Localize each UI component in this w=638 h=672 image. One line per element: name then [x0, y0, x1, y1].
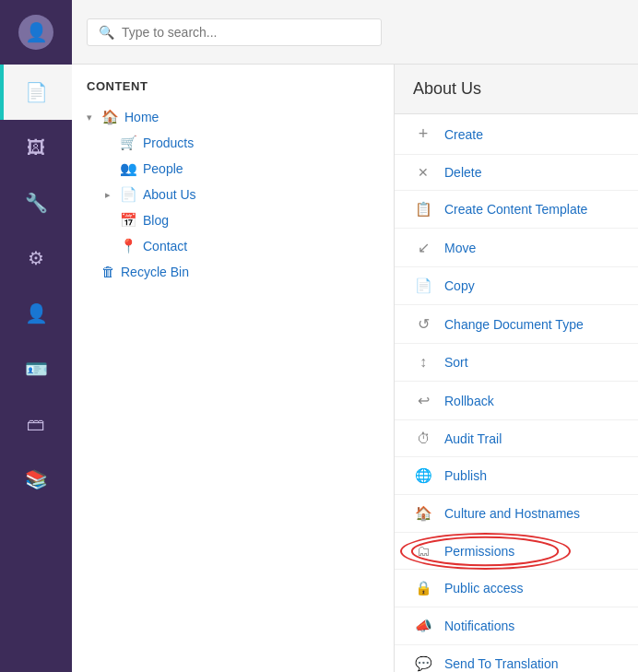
right-actions-panel: About Us + Create ✕ Delete 📋 Create Cont…	[395, 65, 638, 672]
sort-icon: ↕	[413, 354, 433, 371]
media-icon: 🖼	[27, 137, 45, 159]
people-icon: 👥	[120, 160, 137, 177]
translation-icon: 💬	[413, 655, 433, 672]
action-label-move: Move	[444, 241, 476, 255]
action-create[interactable]: + Create	[395, 114, 638, 155]
tree-label-blog: Blog	[143, 213, 169, 228]
action-create-content-template[interactable]: 📋 Create Content Template	[395, 191, 638, 229]
content-heading: Content	[72, 79, 394, 104]
tree-item-products[interactable]: 🛒 Products	[90, 130, 394, 156]
sidebar-item-media[interactable]: 🖼	[0, 120, 72, 175]
about-doc-icon: 📄	[120, 186, 137, 203]
action-label-permissions: Permissions	[444, 544, 514, 559]
tree-item-blog[interactable]: 📅 Blog	[90, 207, 394, 233]
action-sort[interactable]: ↕ Sort	[395, 344, 638, 382]
action-delete[interactable]: ✕ Delete	[395, 155, 638, 191]
tree-arrow-about: ▸	[105, 189, 118, 201]
contact-icon: 📍	[120, 238, 137, 254]
tree-label-home: Home	[124, 110, 159, 124]
avatar-container[interactable]: 👤	[0, 0, 72, 65]
search-box[interactable]: 🔍	[87, 18, 382, 46]
sidebar-item-members[interactable]: 🪪	[0, 341, 72, 396]
wrench-icon: 🔧	[25, 192, 48, 214]
sidebar-item-config[interactable]: ⚙	[0, 230, 72, 286]
tree-label-recycle-bin: Recycle Bin	[121, 265, 189, 279]
search-icon: 🔍	[99, 25, 114, 40]
gear-icon: ⚙	[28, 247, 44, 269]
cart-icon: 🛒	[120, 135, 137, 151]
action-label-rollback: Rollback	[444, 394, 494, 408]
action-audit-trail[interactable]: ⏱ Audit Trail	[395, 420, 638, 457]
sidebar-item-users[interactable]: 👤	[0, 286, 72, 341]
tree-arrow-home: ▾	[87, 112, 100, 124]
right-panel-title: About Us	[395, 65, 638, 114]
action-label-notifications: Notifications	[444, 619, 514, 633]
id-card-icon: 🪪	[25, 358, 48, 380]
action-label-publish: Publish	[444, 468, 487, 483]
search-input[interactable]	[122, 25, 361, 40]
sidebar-item-content[interactable]: 📄	[0, 65, 72, 120]
action-notifications[interactable]: 📣 Notifications	[395, 607, 638, 645]
action-rollback[interactable]: ↩ Rollback	[395, 382, 638, 420]
sidebar-item-packages[interactable]: 🗃	[0, 396, 72, 452]
sidebar: 👤 📄 🖼 🔧 ⚙ 👤 🪪 🗃 📚	[0, 0, 72, 672]
tree-item-contact[interactable]: 📍 Contact	[90, 233, 394, 259]
tree-item-home[interactable]: ▾ 🏠 Home	[72, 104, 394, 130]
copy-icon: 📄	[413, 277, 433, 294]
recycle-bin-icon: 🗑	[101, 264, 115, 279]
publish-icon: 🌐	[413, 467, 433, 484]
action-permissions[interactable]: 🗂 Permissions	[395, 533, 638, 570]
content-tree-panel: Content ▾ 🏠 Home 🛒 Products 👥 People	[72, 65, 395, 672]
tree-item-recycle-bin[interactable]: 🗑 Recycle Bin	[72, 259, 394, 284]
permissions-icon: 🗂	[413, 543, 433, 559]
tree-children-home: 🛒 Products 👥 People ▸ 📄 About Us 📅 Blog	[72, 130, 394, 259]
tree-label-people: People	[143, 161, 183, 176]
panels: Content ▾ 🏠 Home 🛒 Products 👥 People	[72, 65, 638, 672]
tree-label-contact: Contact	[143, 239, 187, 253]
action-publish[interactable]: 🌐 Publish	[395, 457, 638, 495]
user-icon: 👤	[25, 302, 48, 324]
action-label-culture-hostnames: Culture and Hostnames	[444, 506, 580, 521]
action-change-document-type[interactable]: ↺ Change Document Type	[395, 305, 638, 344]
package-icon: 🗃	[27, 414, 45, 435]
home-icon: 🏠	[101, 109, 119, 125]
action-label-change-document-type: Change Document Type	[444, 317, 584, 332]
action-public-access[interactable]: 🔒 Public access	[395, 570, 638, 607]
rollback-icon: ↩	[413, 392, 433, 409]
action-label-send-to-translation: Send To Translation	[444, 656, 559, 671]
blog-icon: 📅	[120, 212, 137, 229]
action-copy[interactable]: 📄 Copy	[395, 267, 638, 305]
move-icon: ↙	[413, 239, 433, 256]
audit-trail-icon: ⏱	[413, 430, 433, 446]
action-label-create: Create	[444, 127, 483, 142]
tree-label-products: Products	[143, 136, 194, 150]
sidebar-item-settings[interactable]: 🔧	[0, 175, 72, 230]
topbar: 🔍	[72, 0, 638, 65]
main-content: 🔍 Content ▾ 🏠 Home 🛒 Products	[72, 0, 638, 672]
delete-icon: ✕	[413, 165, 433, 180]
create-icon: +	[413, 124, 433, 144]
tree-item-people[interactable]: 👥 People	[90, 156, 394, 182]
sidebar-item-library[interactable]: 📚	[0, 452, 72, 507]
public-access-icon: 🔒	[413, 580, 433, 596]
action-label-create-content-template: Create Content Template	[444, 202, 587, 217]
tree-label-about: About Us	[143, 187, 196, 202]
tree-item-about-us[interactable]: ▸ 📄 About Us	[90, 182, 394, 207]
action-label-copy: Copy	[444, 278, 475, 293]
action-send-to-translation[interactable]: 💬 Send To Translation	[395, 645, 638, 672]
change-doc-type-icon: ↺	[413, 315, 433, 333]
action-culture-hostnames[interactable]: 🏠 Culture and Hostnames	[395, 495, 638, 533]
library-icon: 📚	[25, 468, 48, 490]
action-label-public-access: Public access	[444, 581, 524, 595]
culture-hostnames-icon: 🏠	[413, 505, 433, 522]
action-label-audit-trail: Audit Trail	[444, 431, 502, 446]
document-icon: 📄	[25, 81, 48, 103]
content-template-icon: 📋	[413, 201, 433, 218]
notifications-icon: 📣	[413, 618, 433, 634]
action-label-sort: Sort	[444, 355, 468, 370]
avatar: 👤	[18, 15, 53, 50]
action-move[interactable]: ↙ Move	[395, 229, 638, 267]
action-label-delete: Delete	[444, 165, 481, 180]
